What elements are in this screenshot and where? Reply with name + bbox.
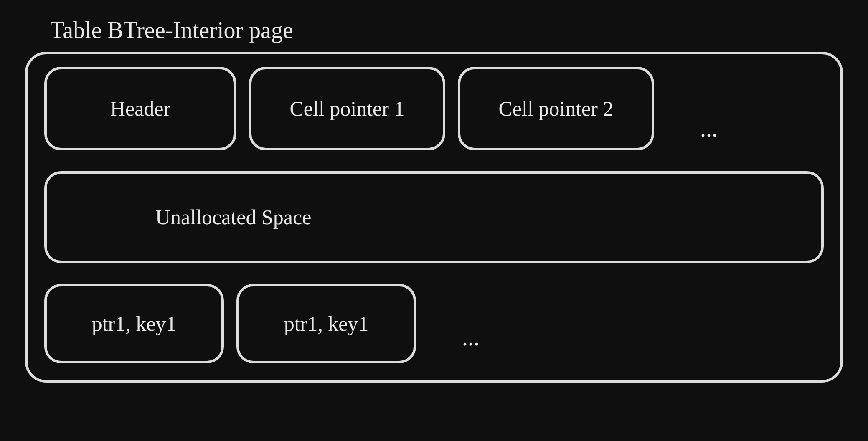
top-ellipsis: ...	[700, 115, 718, 150]
unallocated-space-box: Unallocated Space	[44, 171, 824, 263]
cell-pointer-1-box: Cell pointer 1	[249, 67, 445, 150]
ptr-key-cell-2: ptr1, key1	[236, 284, 416, 363]
ptr-key-cell-1: ptr1, key1	[44, 284, 224, 363]
middle-row: Unallocated Space	[44, 171, 824, 263]
cell-pointer-2-box: Cell pointer 2	[458, 67, 654, 150]
header-box: Header	[44, 67, 236, 150]
diagram-title: Table BTree-Interior page	[50, 17, 843, 43]
top-row: Header Cell pointer 1 Cell pointer 2 ...	[44, 67, 824, 150]
bottom-row: ptr1, key1 ptr1, key1 ...	[44, 284, 824, 363]
page-container: Header Cell pointer 1 Cell pointer 2 ...…	[25, 52, 843, 383]
bottom-ellipsis: ...	[462, 324, 480, 363]
